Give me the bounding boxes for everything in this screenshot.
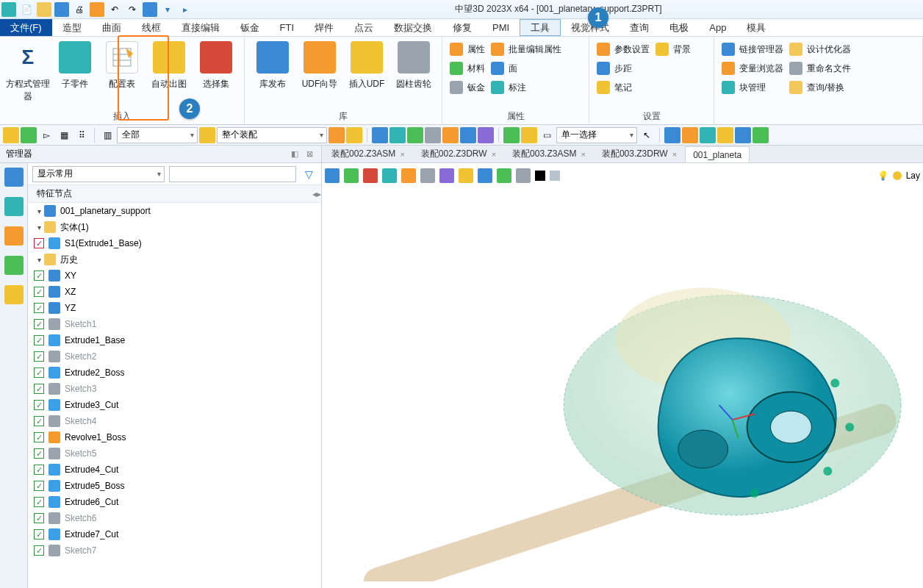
gear-button[interactable]: 圆柱齿轮: [390, 40, 437, 90]
checkbox[interactable]: ✓: [34, 335, 44, 345]
dock-user-icon[interactable]: [4, 285, 24, 304]
bg-button[interactable]: 背景: [653, 40, 694, 59]
checkbox[interactable]: ✓: [34, 384, 44, 394]
close-icon[interactable]: ×: [492, 150, 496, 159]
dock-assembly-icon[interactable]: [4, 197, 24, 216]
tree-history-item[interactable]: ✓Extrude1_Base: [28, 332, 321, 348]
opt-icon-4[interactable]: [389, 127, 406, 143]
star-icon[interactable]: [199, 127, 215, 143]
checkbox[interactable]: ✓: [34, 497, 44, 507]
pointer-icon[interactable]: [3, 127, 19, 143]
print-icon[interactable]: 🖨: [72, 2, 87, 17]
menu-file[interactable]: 文件(F): [0, 19, 52, 36]
equation-manager-button[interactable]: Σ 方程式管理器: [4, 40, 51, 103]
app-icon[interactable]: [1, 2, 16, 17]
menu-electrode[interactable]: 电极: [659, 19, 699, 36]
new-icon[interactable]: 📄: [19, 2, 34, 17]
circle-icon[interactable]: [735, 127, 751, 143]
checkbox[interactable]: ✓: [34, 448, 44, 459]
param-button[interactable]: 参数设置: [594, 40, 653, 59]
tree-solid-item[interactable]: S1(Extrude1_Base): [65, 238, 142, 248]
scope-combo[interactable]: 整个装配: [217, 127, 327, 143]
opt-icon-10[interactable]: [503, 127, 520, 143]
checkbox[interactable]: ✓: [34, 368, 44, 378]
checkbox[interactable]: ✓: [34, 529, 44, 539]
dim-button[interactable]: 标注: [488, 78, 564, 97]
tree-history-item[interactable]: ✓Sketch5: [28, 445, 321, 462]
menu-surface[interactable]: 曲面: [92, 19, 132, 36]
tree-search-input[interactable]: [169, 166, 296, 182]
tab-drw002[interactable]: 装配002.Z3DRW×: [413, 144, 504, 162]
opt-icon-9[interactable]: [478, 127, 494, 143]
menu-weld[interactable]: 焊件: [304, 19, 344, 36]
checkbox[interactable]: ✓: [34, 270, 44, 281]
feature-tree[interactable]: ▾001_planetary_support ▾实体(1) ✓S1(Extrud…: [28, 203, 321, 588]
regen-icon[interactable]: [143, 2, 157, 17]
dash-icon[interactable]: ▻: [38, 127, 54, 143]
opt-icon-11[interactable]: [521, 127, 537, 143]
menu-repair[interactable]: 修复: [442, 19, 482, 36]
tree-history-item[interactable]: ✓Sketch7: [28, 542, 321, 559]
filter-icon[interactable]: ▽: [301, 166, 317, 182]
udf-wizard-button[interactable]: UDF向导: [296, 40, 343, 90]
dock-image-icon[interactable]: [4, 256, 24, 275]
tab-asm002[interactable]: 装配002.Z3ASM×: [323, 144, 413, 162]
checkbox[interactable]: ✓: [34, 465, 44, 475]
line-icon[interactable]: [717, 127, 733, 143]
tree-history-item[interactable]: ✓Sketch6: [28, 510, 321, 526]
checkbox[interactable]: ✓: [34, 481, 44, 491]
panel-close-icon[interactable]: ⊠: [304, 149, 315, 159]
grid-icon[interactable]: ▦: [56, 127, 72, 143]
menu-shape[interactable]: 造型: [52, 19, 92, 36]
batch-attr-button[interactable]: 批量编辑属性: [488, 40, 564, 59]
tree-history-item[interactable]: ✓Extrude7_Cut: [28, 526, 321, 542]
undo-icon[interactable]: ↶: [107, 2, 122, 17]
tab-drw003[interactable]: 装配003.Z3DRW×: [594, 144, 685, 162]
step-button[interactable]: 步距: [594, 59, 653, 78]
save-all-icon[interactable]: [90, 2, 104, 17]
save-icon[interactable]: [54, 2, 69, 17]
open-icon[interactable]: [37, 2, 51, 17]
pick-combo[interactable]: 单一选择: [556, 127, 637, 143]
tree-history-item[interactable]: ✓Extrude6_Cut: [28, 494, 321, 510]
add-icon[interactable]: [21, 127, 37, 143]
chevron-down-icon[interactable]: ▾: [160, 2, 175, 17]
find-button[interactable]: 查询/替换: [786, 78, 854, 97]
dots-icon[interactable]: ⠿: [73, 127, 90, 143]
palette-icon[interactable]: ▥: [99, 127, 115, 143]
menu-pmi[interactable]: PMI: [482, 19, 520, 36]
checkbox[interactable]: ✓: [34, 432, 44, 442]
lib-publish-button[interactable]: 库发布: [249, 40, 296, 90]
tree-history-item[interactable]: ✓Extrude2_Boss: [28, 365, 321, 381]
model-view[interactable]: [322, 163, 923, 581]
design-opt-button[interactable]: 设计优化器: [786, 40, 854, 59]
opt-icon-12[interactable]: ▭: [539, 127, 555, 143]
opt-icon-5[interactable]: [407, 127, 423, 143]
menu-query[interactable]: 查询: [619, 19, 659, 36]
udf-insert-button[interactable]: 插入UDF: [343, 40, 390, 90]
tree-history-item[interactable]: ✓Sketch1: [28, 316, 321, 332]
panel-float-icon[interactable]: ◧: [289, 149, 301, 159]
tree-root[interactable]: 001_planetary_support: [60, 206, 151, 216]
menu-wire[interactable]: 线框: [132, 19, 171, 36]
play-icon[interactable]: ▸: [178, 2, 193, 17]
opt-icon-1[interactable]: [328, 127, 345, 143]
menu-mold[interactable]: 模具: [736, 19, 776, 36]
note-button[interactable]: 笔记: [594, 78, 653, 97]
tree-solid-group[interactable]: 实体(1): [60, 221, 89, 234]
dock-tree-icon[interactable]: [4, 168, 24, 187]
close-icon[interactable]: ×: [400, 150, 404, 159]
tree-history-item[interactable]: ✓Extrude5_Boss: [28, 478, 321, 494]
tree-history-item[interactable]: ✓Revolve1_Boss: [28, 429, 321, 445]
tree-history-item[interactable]: ✓Extrude4_Cut: [28, 462, 321, 478]
checkbox[interactable]: ✓: [34, 287, 44, 297]
checkbox[interactable]: ✓: [34, 319, 44, 329]
block-mgr-button[interactable]: 块管理: [719, 78, 786, 97]
menu-direct[interactable]: 直接编辑: [171, 19, 230, 36]
tree-history-item[interactable]: ✓Sketch2: [28, 348, 321, 365]
arc-icon[interactable]: [753, 127, 769, 143]
display-mode-combo[interactable]: 显示常用: [32, 166, 165, 182]
menu-sheet[interactable]: 钣金: [230, 19, 270, 36]
tab-current[interactable]: 001_planeta: [685, 146, 750, 162]
close-icon[interactable]: ×: [581, 150, 585, 159]
